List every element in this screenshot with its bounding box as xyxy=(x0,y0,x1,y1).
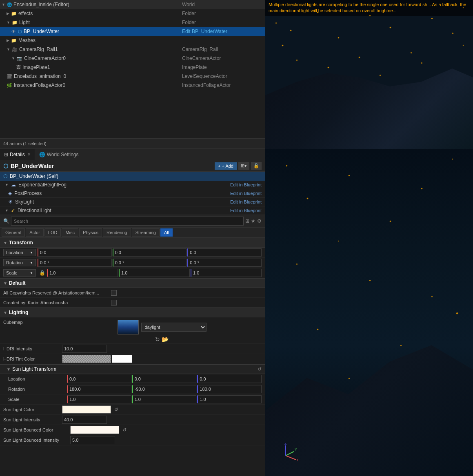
viewport: Multiple directional lights are competin… xyxy=(265,0,473,149)
svg-text:X: X xyxy=(297,458,298,462)
lock-icon[interactable]: 🔒 xyxy=(39,270,45,276)
sun-bounced-color-reset[interactable]: ↺ xyxy=(122,427,127,433)
details-content[interactable]: ▼ Transform Location ▼ xyxy=(0,238,265,476)
sun-rotation-x[interactable] xyxy=(67,385,131,393)
edit-blueprint-button-1[interactable]: Edit in Blueprint xyxy=(230,191,262,196)
camera-icon: 📷 xyxy=(17,56,22,61)
sun-intensity-row: Sun Light Intensity xyxy=(0,415,265,425)
columns-button[interactable]: ⊞ xyxy=(245,218,249,224)
section-arrow-icon: ▼ xyxy=(7,367,11,372)
outliner-item-type: LevelSequenceActor xyxy=(182,73,227,79)
tab-details[interactable]: ⊞ Details ✕ xyxy=(0,149,35,160)
sun-light-color-swatch[interactable] xyxy=(62,405,111,414)
tab-close-icon[interactable]: ✕ xyxy=(27,152,31,157)
rotation-y-input[interactable] xyxy=(113,259,187,267)
outliner-row[interactable]: 🖼 ImagePlate1 ImagePlate xyxy=(0,63,265,72)
rotation-x-input[interactable] xyxy=(38,259,112,267)
layout-button[interactable]: ⊞▾ xyxy=(238,162,249,170)
outliner-row-bp-underwater[interactable]: 👁 ⬡ BP_UnderWater Edit BP_UnderWater xyxy=(0,27,265,36)
cubemap-refresh-button[interactable]: ↻ xyxy=(155,336,160,343)
expand-arrow-icon: ▶ xyxy=(7,38,9,42)
outliner-row[interactable]: ▶ 📁 effects Folder xyxy=(0,9,265,18)
settings-button[interactable]: ⚙ xyxy=(257,218,262,224)
transform-section-header[interactable]: ▼ Transform xyxy=(0,238,265,248)
add-button[interactable]: + + Add xyxy=(215,162,237,170)
outliner-row[interactable]: ▼ 🎥 CameraRig_Rail1 CameraRig_Rail xyxy=(0,45,265,54)
outliner-row[interactable]: 🎬 Enceladus_animation_0 LevelSequenceAct… xyxy=(0,72,265,81)
location-x-input[interactable] xyxy=(38,248,112,257)
favorites-button[interactable]: ★ xyxy=(251,218,255,224)
scale-y-input[interactable] xyxy=(119,269,190,277)
outliner-item-name: Enceladus_inside (Editor) xyxy=(13,2,69,7)
directional-icon: ➶ xyxy=(11,208,15,213)
chevron-down-icon: ▼ xyxy=(30,251,33,255)
sun-rotation-z[interactable] xyxy=(197,385,262,393)
default-section-header[interactable]: ▼ Default xyxy=(0,278,265,288)
outliner-row[interactable]: ▶ 📁 Meshes xyxy=(0,36,265,45)
sun-transform-header[interactable]: ▼ Sun Light Transform ↺ xyxy=(0,364,265,374)
scale-z-input[interactable] xyxy=(191,269,262,277)
section-title: Sun Light Transform xyxy=(12,366,56,372)
cubemap-preview xyxy=(118,320,139,334)
search-input[interactable] xyxy=(11,217,244,226)
component-row-directional[interactable]: ▼ ➶ DirectionalLight Edit in Blueprint xyxy=(0,206,265,215)
filter-rendering[interactable]: Rendering xyxy=(103,228,131,237)
sun-scale-y[interactable] xyxy=(132,395,197,403)
edit-blueprint-button-0[interactable]: Edit in Blueprint xyxy=(230,182,262,187)
scale-x-input[interactable] xyxy=(47,269,118,277)
outliner-row[interactable]: ▼ 📁 Light Folder xyxy=(0,18,265,27)
location-y-input[interactable] xyxy=(113,248,187,257)
outliner-item-type: ImagePlate xyxy=(182,64,207,70)
component-row-fog[interactable]: ▼ ☁ ExponentialHeightFog Edit in Bluepri… xyxy=(0,181,265,189)
sun-rotation-y[interactable] xyxy=(132,385,197,393)
hdri-intensity-input[interactable] xyxy=(62,345,107,353)
component-row-postprocess[interactable]: ◈ PostProcess Edit in Blueprint xyxy=(0,189,265,198)
sun-location-y[interactable] xyxy=(132,375,197,383)
outliner-row[interactable]: 🌿 InstancedFoliageActor0 InstancedFoliag… xyxy=(0,81,265,90)
edit-blueprint-button-2[interactable]: Edit in Blueprint xyxy=(230,199,262,204)
lock-button[interactable]: 🔓 xyxy=(251,162,262,170)
filter-physics[interactable]: Physics xyxy=(79,228,102,237)
copyright-checkbox[interactable] xyxy=(111,290,117,296)
sun-light-color-row: Sun Light Color ↺ xyxy=(0,405,265,415)
sun-light-color-reset[interactable]: ↺ xyxy=(114,407,118,412)
filter-streaming[interactable]: Streaming xyxy=(132,228,160,237)
cubemap-select[interactable]: daylight xyxy=(141,323,207,332)
edit-blueprint-button-3[interactable]: Edit in Blueprint xyxy=(230,208,262,213)
add-icon: + xyxy=(218,164,220,168)
sun-scale-x[interactable] xyxy=(67,395,131,403)
hdri-tint-swatch[interactable] xyxy=(62,355,111,363)
outliner-item-name: CameraRig_Rail1 xyxy=(19,46,58,52)
sun-scale-z[interactable] xyxy=(197,395,262,403)
hdri-tint-row: HDRI Tint Color xyxy=(0,354,265,364)
location-z-input[interactable] xyxy=(187,248,262,257)
tab-label: World Settings xyxy=(47,152,79,157)
filter-all[interactable]: All xyxy=(160,228,173,237)
component-row-skylight[interactable]: ☀ SkyLight Edit in Blueprint xyxy=(0,198,265,206)
lighting-section-header[interactable]: ▼ Lighting xyxy=(0,308,265,317)
filter-general[interactable]: General xyxy=(2,228,25,237)
outliner-row[interactable]: ▼ 🌐 Enceladus_inside (Editor) World xyxy=(0,0,265,9)
sun-bounced-color-swatch[interactable] xyxy=(70,426,119,434)
rotation-dropdown[interactable]: Rotation ▼ xyxy=(3,259,36,266)
sun-intensity-input[interactable] xyxy=(62,416,107,424)
reset-icon[interactable]: ↺ xyxy=(258,366,262,372)
sun-location-x[interactable] xyxy=(67,375,131,383)
self-row[interactable]: ⬡ BP_UnderWater (Self) xyxy=(0,172,265,181)
scale-dropdown[interactable]: Scale ▼ xyxy=(3,269,36,277)
outliner-item-name: InstancedFoliageActor0 xyxy=(14,82,65,88)
sun-bounced-intensity-input[interactable] xyxy=(70,436,115,444)
component-name-label: SkyLight xyxy=(15,199,34,205)
filter-misc[interactable]: Misc xyxy=(62,228,78,237)
section-title: Lighting xyxy=(9,310,28,315)
location-dropdown[interactable]: Location ▼ xyxy=(3,249,36,256)
outliner-row[interactable]: ▼ 📷 CineCameraActor0 CineCameraActor xyxy=(0,54,265,63)
tab-world-settings[interactable]: 🌐 World Settings xyxy=(35,149,83,160)
cubemap-folder-button[interactable]: 📂 xyxy=(162,336,169,343)
filter-lod[interactable]: LOD xyxy=(44,228,61,237)
outliner-item-type: Folder xyxy=(182,11,196,16)
rotation-z-input[interactable] xyxy=(187,259,262,267)
filter-actor[interactable]: Actor xyxy=(26,228,44,237)
sun-location-z[interactable] xyxy=(197,375,262,383)
createdby-checkbox[interactable] xyxy=(111,300,117,306)
